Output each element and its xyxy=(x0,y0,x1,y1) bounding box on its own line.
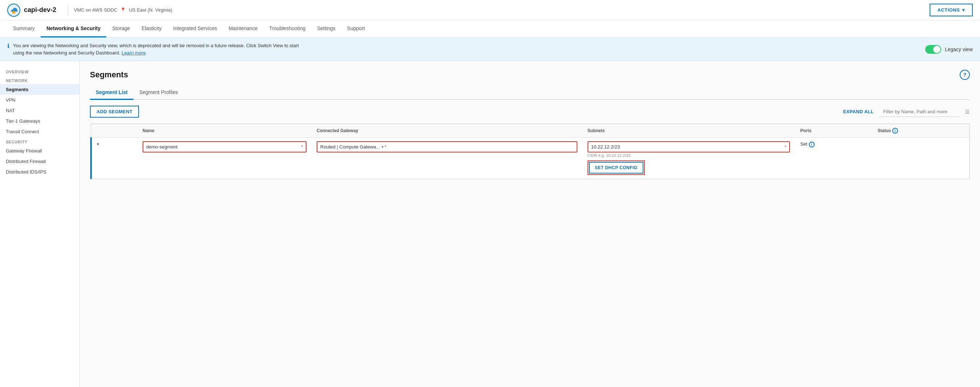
tab-support[interactable]: Support xyxy=(341,20,371,37)
table-body: ▾ * Routed | Compute Gatewa... ▾ xyxy=(91,138,969,179)
help-icon[interactable]: ? xyxy=(960,70,970,80)
col-subnets-header: Subnets xyxy=(582,124,795,138)
toolbar: ADD SEGMENT EXPAND ALL ☰ xyxy=(90,106,970,118)
header-divider xyxy=(68,5,68,16)
ports-info-icon[interactable]: i xyxy=(809,142,815,147)
header: capi-dev-2 VMC on AWS SDDC 📍 US East (N.… xyxy=(0,0,980,20)
status-label: Status xyxy=(878,128,891,133)
location-icon: 📍 xyxy=(120,7,126,13)
subnets-field-outline: * xyxy=(587,141,790,152)
svg-rect-2 xyxy=(13,11,14,12)
dhcp-button-container: SET DHCP CONFIG xyxy=(587,160,790,175)
ports-cell: Set i xyxy=(795,138,872,179)
table-header: Name Connected Gateway Subnets Ports Sta… xyxy=(91,124,969,138)
sidebar-item-distributed-ids-ips[interactable]: Distributed IDS/IPS xyxy=(0,166,80,177)
subnets-input[interactable] xyxy=(591,144,783,150)
name-input[interactable] xyxy=(146,144,299,150)
info-icon: ℹ xyxy=(7,43,10,50)
banner-right: Legacy view xyxy=(925,45,973,54)
location: US East (N. Virginia) xyxy=(129,7,172,13)
set-dhcp-config-button[interactable]: SET DHCP CONFIG xyxy=(589,162,643,174)
banner-message-line1: You are viewing the Networking and Secur… xyxy=(13,43,299,48)
tab-storage[interactable]: Storage xyxy=(106,20,136,37)
sidebar: Overview Network Segments VPN NAT Tier-1… xyxy=(0,61,80,387)
sidebar-item-vpn[interactable]: VPN xyxy=(0,95,80,105)
gateway-dropdown-icon[interactable]: ▾ xyxy=(382,145,383,149)
name-cell: * xyxy=(137,138,312,179)
logo: capi-dev-2 xyxy=(7,4,56,17)
actions-label: ACTIONS xyxy=(937,7,960,13)
status-info-icon[interactable]: i xyxy=(892,128,898,134)
sidebar-item-nat[interactable]: NAT xyxy=(0,105,80,116)
subnets-required-star: * xyxy=(785,144,787,150)
banner-left: ℹ You are viewing the Networking and Sec… xyxy=(7,42,299,56)
tab-summary[interactable]: Summary xyxy=(7,20,41,37)
sidebar-item-tier1-gateways[interactable]: Tier-1 Gateways xyxy=(0,116,80,126)
tab-maintenance[interactable]: Maintenance xyxy=(223,20,263,37)
sidebar-item-gateway-firewall[interactable]: Gateway Firewall xyxy=(0,146,80,156)
ports-value: Set xyxy=(800,141,807,147)
nav-tabs: Summary Networking & Security Storage El… xyxy=(0,20,980,38)
segments-table: Name Connected Gateway Subnets Ports Sta… xyxy=(90,123,970,179)
legacy-view-toggle[interactable] xyxy=(925,45,941,54)
sidebar-item-distributed-firewall[interactable]: Distributed Firewall xyxy=(0,156,80,166)
page-title: Segments xyxy=(90,70,128,80)
sidebar-section-overview: Overview xyxy=(0,67,80,75)
name-field-outline: * xyxy=(143,141,307,152)
add-segment-button[interactable]: ADD SEGMENT xyxy=(90,106,139,118)
col-status-header: Status i xyxy=(873,124,969,138)
dhcp-button-outline: SET DHCP CONFIG xyxy=(587,160,645,175)
cloud-logo-icon xyxy=(7,4,20,17)
subnets-cell: * CIDR e.g. 10.22.12.2/23 SET DHCP CONFI… xyxy=(582,138,795,179)
banner-text: You are viewing the Networking and Secur… xyxy=(13,42,299,56)
col-expand-header xyxy=(91,124,137,138)
name-required-star: * xyxy=(301,144,303,150)
header-actions: ACTIONS ▾ xyxy=(929,4,973,16)
sddc-type: VMC on AWS SDDC xyxy=(74,7,117,13)
row-expand-icon[interactable]: ▾ xyxy=(97,142,99,147)
sidebar-section-security: Security xyxy=(0,137,80,146)
sidebar-item-transit-connect[interactable]: Transit Connect xyxy=(0,126,80,137)
main-layout: Overview Network Segments VPN NAT Tier-1… xyxy=(0,61,980,387)
learn-more-link[interactable]: Learn more xyxy=(121,50,145,56)
sddc-info: VMC on AWS SDDC 📍 US East (N. Virginia) xyxy=(74,7,172,13)
sub-tab-segment-profiles[interactable]: Segment Profiles xyxy=(134,86,184,100)
sub-tabs: Segment List Segment Profiles xyxy=(90,86,970,100)
actions-button[interactable]: ACTIONS ▾ xyxy=(929,4,973,16)
tab-elasticity[interactable]: Elasticity xyxy=(136,20,167,37)
sub-tab-segment-list[interactable]: Segment List xyxy=(90,86,134,100)
filter-input[interactable] xyxy=(880,107,959,117)
subnet-hint: CIDR e.g. 10.22.12.2/23 xyxy=(587,153,790,158)
expand-all-button[interactable]: EXPAND ALL xyxy=(843,109,874,114)
gateway-value: Routed | Compute Gatewa... xyxy=(320,144,380,150)
status-cell xyxy=(873,138,969,179)
tab-settings[interactable]: Settings xyxy=(311,20,341,37)
sidebar-section-network: Network xyxy=(0,75,80,84)
app-name: capi-dev-2 xyxy=(24,6,56,14)
col-gateway-header: Connected Gateway xyxy=(312,124,582,138)
gateway-required-star: * xyxy=(385,144,387,150)
legacy-view-label: Legacy view xyxy=(945,46,973,52)
tab-networking-security[interactable]: Networking & Security xyxy=(41,20,106,37)
table-row: ▾ * Routed | Compute Gatewa... ▾ xyxy=(91,138,969,179)
gateway-field-outline: Routed | Compute Gatewa... ▾ * xyxy=(317,141,578,152)
chevron-down-icon: ▾ xyxy=(962,7,965,13)
sidebar-item-segments[interactable]: Segments xyxy=(0,84,80,95)
table: Name Connected Gateway Subnets Ports Sta… xyxy=(90,124,969,179)
col-name-header: Name xyxy=(137,124,312,138)
gateway-cell: Routed | Compute Gatewa... ▾ * xyxy=(312,138,582,179)
col-ports-header: Ports xyxy=(795,124,872,138)
filter-icon: ☰ xyxy=(965,109,970,115)
content-area: Segments ? Segment List Segment Profiles… xyxy=(80,61,980,387)
banner-message-line2: using the new Networking and Security Da… xyxy=(13,50,121,56)
content-header: Segments ? xyxy=(90,70,970,80)
tab-integrated-services[interactable]: Integrated Services xyxy=(167,20,223,37)
info-banner: ℹ You are viewing the Networking and Sec… xyxy=(0,38,980,61)
tab-troubleshooting[interactable]: Troubleshooting xyxy=(263,20,311,37)
expand-cell: ▾ xyxy=(91,138,137,179)
